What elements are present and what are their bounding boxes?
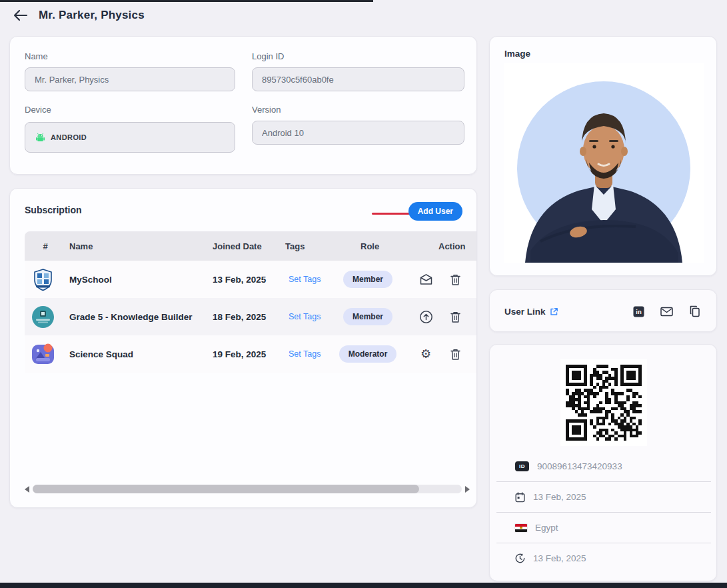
- calendar-icon: [515, 492, 525, 503]
- scrollbar-thumb[interactable]: [33, 485, 419, 493]
- trash-icon: [450, 348, 461, 361]
- image-card-title: Image: [504, 49, 530, 59]
- name-field[interactable]: [25, 67, 235, 91]
- grade5-logo: [31, 305, 55, 329]
- version-field[interactable]: [252, 121, 464, 145]
- set-tags-link[interactable]: Set Tags: [289, 275, 321, 284]
- user-link-card: User Link in: [489, 289, 717, 332]
- role-badge: Member: [343, 271, 392, 288]
- profile-card: Name Login ID Device ANDROID Version: [9, 36, 477, 175]
- science-squad-logo: [31, 342, 55, 367]
- back-button[interactable]: [12, 7, 29, 24]
- column-header-role: Role: [361, 231, 379, 261]
- row-name: Grade 5 - Knowledge Builder: [69, 312, 193, 322]
- column-header-name: Name: [69, 231, 93, 261]
- arrow-left-icon: [13, 9, 28, 21]
- qr-details-card: ID 90089613473420933 13 Feb, 2025 Egypt: [489, 344, 717, 581]
- country-value: Egypt: [535, 523, 558, 533]
- delete-button[interactable]: [446, 308, 464, 325]
- id-badge-icon: ID: [515, 461, 529, 471]
- delete-button[interactable]: [446, 345, 464, 363]
- bottom-bar: [0, 583, 727, 588]
- android-icon: [35, 132, 46, 143]
- role-badge: Moderator: [339, 345, 397, 363]
- myschool-logo: [31, 267, 55, 292]
- column-header-action: Action: [438, 231, 465, 261]
- user-photo: [504, 63, 704, 263]
- name-label: Name: [25, 51, 48, 61]
- mail-action-button[interactable]: [417, 271, 434, 288]
- user-id-row: ID 90089613473420933: [496, 451, 711, 481]
- role-badge: Member: [343, 308, 392, 325]
- upload-circle-icon: [419, 310, 433, 324]
- trash-icon: [450, 273, 461, 286]
- row-name: Science Squad: [69, 349, 133, 359]
- page-header: Mr. Parker, Physics: [12, 5, 412, 25]
- date-row: 13 Feb, 2025: [496, 481, 711, 512]
- svg-text:in: in: [636, 308, 642, 315]
- row-joined-date: 13 Feb, 2025: [213, 275, 266, 285]
- scroll-right-arrow[interactable]: [465, 486, 470, 493]
- settings-action-button[interactable]: ⚙: [417, 345, 434, 363]
- device-field[interactable]: ANDROID: [25, 122, 235, 153]
- gear-icon: ⚙: [420, 348, 431, 360]
- scroll-left-arrow[interactable]: [25, 486, 29, 493]
- horizontal-scrollbar[interactable]: [25, 484, 470, 495]
- column-header-num: #: [38, 231, 53, 261]
- row-joined-date: 18 Feb, 2025: [213, 312, 266, 322]
- linkedin-icon: in: [633, 306, 644, 317]
- last-seen-value: 13 Feb, 2025: [533, 553, 586, 563]
- table-row: Science Squad 19 Feb, 2025 Set Tags Mode…: [25, 335, 477, 373]
- external-link-icon: [550, 307, 558, 316]
- avatar: [504, 63, 704, 263]
- subscription-table: # Name Joined Date Tags Role Action MySc…: [25, 231, 477, 373]
- subscription-card: Subscription Add User # Name Joined Date…: [9, 188, 477, 508]
- column-header-tags: Tags: [285, 231, 305, 261]
- image-card: Image: [489, 36, 717, 276]
- device-label: Device: [25, 105, 51, 115]
- set-tags-link[interactable]: Set Tags: [289, 349, 321, 359]
- scrollbar-track[interactable]: [33, 485, 462, 493]
- promote-action-button[interactable]: [417, 308, 434, 325]
- login-id-label: Login ID: [252, 51, 284, 61]
- detail-rows: ID 90089613473420933 13 Feb, 2025 Egypt: [490, 451, 718, 573]
- user-link-title[interactable]: User Link: [504, 290, 558, 333]
- table-row: Grade 5 - Knowledge Builder 18 Feb, 2025…: [25, 298, 477, 335]
- date-value: 13 Feb, 2025: [533, 492, 586, 502]
- window-edge-strip: [0, 0, 373, 2]
- table-row: MySchool 13 Feb, 2025 Set Tags Member: [25, 261, 477, 298]
- version-label: Version: [252, 105, 281, 115]
- table-header-row: # Name Joined Date Tags Role Action: [25, 231, 477, 261]
- row-joined-date: 19 Feb, 2025: [213, 349, 266, 359]
- last-seen-row: 13 Feb, 2025: [496, 543, 711, 573]
- device-value: ANDROID: [51, 133, 87, 141]
- set-tags-link[interactable]: Set Tags: [289, 312, 321, 321]
- copy-icon: [689, 305, 700, 317]
- column-header-joined: Joined Date: [213, 231, 262, 261]
- login-id-field[interactable]: [252, 67, 464, 91]
- qr-code: [560, 359, 647, 446]
- mail-icon: [419, 273, 433, 285]
- mail-icon: [660, 307, 673, 317]
- linkedin-button[interactable]: in: [630, 303, 647, 320]
- email-button[interactable]: [658, 303, 675, 320]
- copy-button[interactable]: [686, 303, 703, 320]
- row-name: MySchool: [69, 275, 112, 285]
- add-user-button[interactable]: Add User: [408, 202, 462, 221]
- clock-icon: [515, 553, 525, 563]
- country-row: Egypt: [496, 512, 711, 543]
- trash-icon: [450, 311, 461, 323]
- subscription-title: Subscription: [25, 205, 82, 215]
- user-id-value: 90089613473420933: [537, 461, 622, 471]
- page-title: Mr. Parker, Physics: [39, 9, 145, 22]
- egypt-flag-icon: [515, 524, 527, 532]
- delete-button[interactable]: [446, 271, 464, 288]
- user-link-label: User Link: [504, 307, 546, 317]
